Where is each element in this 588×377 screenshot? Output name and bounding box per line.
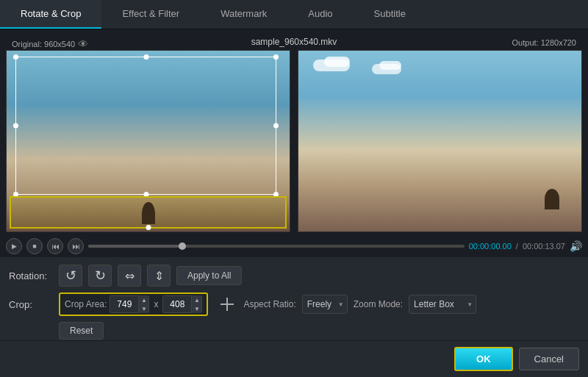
timeline-progress bbox=[88, 245, 182, 248]
tab-rotate-crop[interactable]: Rotate & Crop bbox=[0, 0, 101, 29]
tab-subtitle[interactable]: Subtitle bbox=[354, 0, 426, 29]
ok-button[interactable]: OK bbox=[454, 347, 513, 371]
rotate-left-button[interactable]: ↺ bbox=[59, 265, 82, 287]
tab-watermark[interactable]: Watermark bbox=[200, 0, 287, 29]
flip-horizontal-button[interactable]: ⇔ bbox=[118, 265, 141, 287]
crop-height-down[interactable]: ▼ bbox=[191, 304, 201, 313]
handle-top-mid[interactable] bbox=[143, 54, 148, 60]
time-current: 00:00:00.00 bbox=[469, 242, 512, 251]
aspect-ratio-label: Aspect Ratio: bbox=[243, 299, 295, 309]
crop-height-up[interactable]: ▲ bbox=[191, 295, 201, 304]
crop-width-value[interactable] bbox=[110, 299, 138, 309]
handle-top-left[interactable] bbox=[13, 54, 18, 60]
rotate-right-button[interactable]: ↻ bbox=[88, 265, 112, 287]
output-label: Output: 1280x720 bbox=[512, 38, 576, 47]
bottom-bar: OK Cancel bbox=[0, 340, 588, 377]
crop-cross-icon[interactable] bbox=[217, 294, 237, 315]
volume-icon[interactable]: 🔊 bbox=[570, 240, 582, 252]
handle-mid-left[interactable] bbox=[13, 123, 18, 129]
time-total: 00:00:13.07 bbox=[523, 242, 565, 251]
prev-button[interactable]: ⏮ bbox=[47, 238, 63, 254]
crop-area-box: Crop Area: ▲ ▼ x ▲ ▼ bbox=[59, 292, 208, 316]
right-preview bbox=[298, 50, 582, 232]
right-video-panel: Output: 1280x720 bbox=[298, 34, 582, 232]
crop-label: Crop: bbox=[9, 299, 53, 310]
aspect-ratio-wrapper: Freely 16:9 4:3 1:1 bbox=[302, 295, 348, 314]
original-label: Original: 960x540 👁 bbox=[12, 38, 88, 50]
playback-bar: ▶ ■ ⏮ ⏭ 00:00:00.00 / 00:00:13.07 🔊 bbox=[0, 235, 588, 257]
aspect-ratio-select[interactable]: Freely 16:9 4:3 1:1 bbox=[302, 295, 348, 314]
crop-height-spinners: ▲ ▼ bbox=[191, 295, 201, 313]
timeline[interactable] bbox=[88, 245, 465, 248]
tab-effect-filter[interactable]: Effect & Filter bbox=[101, 0, 200, 29]
handle-top-right[interactable] bbox=[273, 54, 279, 60]
tab-bar: Rotate & Crop Effect & Filter Watermark … bbox=[0, 0, 588, 29]
dimension-separator: x bbox=[152, 299, 159, 309]
reset-button[interactable]: Reset bbox=[59, 322, 104, 340]
reset-row: Reset bbox=[9, 322, 579, 340]
crop-area-label: Crop Area: bbox=[65, 299, 107, 309]
crop-height-input[interactable]: ▲ ▼ bbox=[162, 295, 202, 313]
zoom-mode-wrapper: Letter Box Pan & Scan Full bbox=[409, 295, 476, 314]
video-area: sample_960x540.mkv Original: 960x540 👁 bbox=[0, 29, 588, 235]
tab-audio[interactable]: Audio bbox=[287, 0, 353, 29]
zoom-mode-label: Zoom Mode: bbox=[354, 299, 403, 309]
cancel-button[interactable]: Cancel bbox=[519, 348, 579, 370]
crop-height-value[interactable] bbox=[163, 299, 191, 309]
rotation-label: Rotation: bbox=[9, 270, 53, 281]
timeline-thumb[interactable] bbox=[179, 243, 186, 250]
eye-icon[interactable]: 👁 bbox=[78, 38, 88, 50]
play-button[interactable]: ▶ bbox=[6, 238, 22, 254]
crop-width-spinners: ▲ ▼ bbox=[138, 295, 148, 313]
handle-mid-right[interactable] bbox=[273, 123, 279, 129]
crop-width-up[interactable]: ▲ bbox=[138, 295, 148, 304]
time-separator: / bbox=[516, 242, 518, 251]
rotation-row: Rotation: ↺ ↻ ⇔ ⇕ Apply to All bbox=[9, 265, 579, 287]
left-video-panel: Original: 960x540 👁 bbox=[6, 34, 290, 232]
person-silhouette bbox=[142, 202, 155, 224]
crop-row: Crop: Crop Area: ▲ ▼ x ▲ ▼ bbox=[9, 292, 579, 316]
stop-button[interactable]: ■ bbox=[26, 238, 43, 254]
crop-width-down[interactable]: ▼ bbox=[138, 304, 148, 313]
next-button[interactable]: ⏭ bbox=[68, 238, 84, 254]
crop-width-input[interactable]: ▲ ▼ bbox=[110, 295, 149, 313]
file-name: sample_960x540.mkv bbox=[147, 37, 441, 47]
crop-box[interactable] bbox=[15, 57, 276, 195]
left-preview bbox=[6, 50, 290, 232]
apply-to-all-button[interactable]: Apply to All bbox=[176, 266, 242, 285]
controls-area: Rotation: ↺ ↻ ⇔ ⇕ Apply to All Crop: Cro… bbox=[0, 257, 588, 353]
flip-vertical-button[interactable]: ⇕ bbox=[147, 265, 171, 287]
zoom-mode-select[interactable]: Letter Box Pan & Scan Full bbox=[409, 295, 476, 314]
